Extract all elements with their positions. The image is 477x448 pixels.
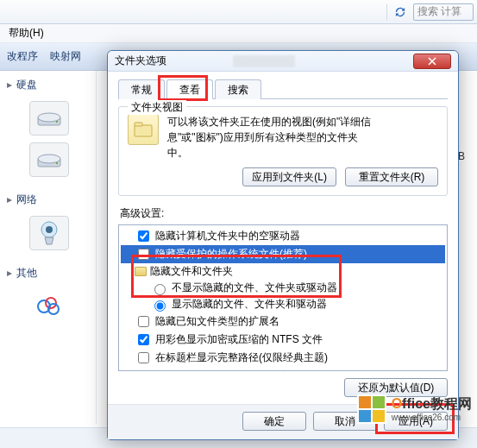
svg-rect-16: [373, 410, 385, 422]
watermark-url: www.office26.com: [392, 413, 472, 423]
search-input[interactable]: 搜索 计算: [413, 3, 474, 21]
refresh-icon: [395, 7, 405, 17]
adv-item-hidden-empty-drives[interactable]: 隐藏计算机文件夹中的空驱动器: [121, 227, 445, 245]
adv-label-5: 隐藏已知文件类型的扩展名: [155, 314, 279, 329]
title-blur: [233, 55, 295, 67]
watermark: Office教程网 www.office26.com: [357, 394, 472, 424]
dialog-body: 常规 查看 搜索 文件夹视图 可以将该文件夹正在使用的视图(例如"详细信 息"或…: [108, 72, 458, 404]
nav-section-network: ▸ 网络: [0, 191, 96, 250]
svg-rect-12: [135, 123, 142, 126]
adv-item-hide-ext[interactable]: 隐藏已知文件类型的扩展名: [121, 312, 445, 331]
svg-point-7: [46, 226, 53, 233]
webcam-icon: [29, 216, 69, 250]
nav-disk-label: 硬盘: [16, 79, 37, 91]
checkbox[interactable]: [138, 334, 149, 345]
svg-point-4: [38, 155, 60, 163]
adv-item-hidden-folder-group[interactable]: 隐藏文件和文件夹: [121, 263, 445, 280]
tab-view[interactable]: 查看: [166, 79, 213, 99]
checkbox[interactable]: [138, 316, 149, 327]
nav-other[interactable]: ▸ 其他: [0, 264, 96, 286]
ok-button[interactable]: 确定: [242, 412, 306, 431]
nav-disk[interactable]: ▸ 硬盘: [0, 76, 96, 98]
adv-label-1: 隐藏受保护的操作系统文件(推荐): [155, 247, 307, 262]
nav-tree: ▸ 硬盘 ▸ 网络 ▸ 其他: [0, 71, 97, 424]
close-button[interactable]: [413, 54, 451, 69]
reset-folders-button[interactable]: 重置文件夹(R): [345, 167, 438, 186]
watermark-c1: O: [392, 396, 402, 411]
watermark-c2: ffice教程网: [402, 396, 472, 411]
folder-options-dialog: 文件夹选项 常规 查看 搜索 文件夹视图 可以将该文件夹正在使用的视图(例如"详…: [107, 50, 459, 440]
checkbox[interactable]: [138, 352, 149, 363]
dialog-titlebar: 文件夹选项: [108, 51, 458, 72]
advanced-label: 高级设置:: [120, 206, 448, 221]
caret-icon: ▸: [5, 79, 14, 91]
tab-search[interactable]: 搜索: [215, 79, 261, 99]
adv-label-8: 在单独的进程中打开文件夹窗口: [155, 369, 300, 371]
cmd-map-label: 映射网: [50, 49, 81, 64]
checkbox[interactable]: [138, 370, 149, 371]
tab-general[interactable]: 常规: [118, 79, 165, 99]
svg-point-9: [46, 298, 56, 308]
search-placeholder: 搜索 计算: [417, 4, 461, 19]
close-icon: [428, 57, 436, 66]
drive-icon: [29, 101, 69, 136]
watermark-logo-icon: [357, 394, 386, 424]
adv-item-full-path-title[interactable]: 在标题栏显示完整路径(仅限经典主题): [121, 349, 445, 367]
folder-preview-icon: [128, 114, 159, 145]
address-toolbar: 搜索 计算: [0, 0, 477, 24]
nav-network[interactable]: ▸ 网络: [0, 191, 96, 212]
adv-item-hide-protected-os[interactable]: 隐藏受保护的操作系统文件(推荐): [121, 245, 445, 263]
svg-rect-14: [373, 396, 385, 408]
adv-label-0: 隐藏计算机文件夹中的空驱动器: [155, 229, 300, 243]
checkbox[interactable]: [138, 230, 149, 242]
cmd-edit-label: 改程序: [7, 49, 38, 64]
adv-label-7: 在标题栏显示完整路径(仅限经典主题): [155, 350, 328, 365]
nav-section-other: ▸ 其他: [0, 264, 96, 324]
menu-bar: 帮助(H): [0, 24, 477, 43]
folder-view-label: 文件夹视图: [128, 100, 186, 115]
radio[interactable]: [154, 284, 166, 295]
advanced-settings-tree[interactable]: 隐藏计算机文件夹中的空驱动器 隐藏受保护的操作系统文件(推荐) 隐藏文件和文件夹…: [118, 224, 448, 371]
folder-view-desc: 可以将该文件夹正在使用的视图(例如"详细信 息"或"图标")应用到所有这种类型的…: [167, 114, 438, 161]
svg-point-1: [38, 113, 60, 122]
svg-rect-15: [359, 410, 371, 422]
desc-l2: 息"或"图标")应用到所有这种类型的文件夹: [167, 131, 358, 143]
caret-icon: ▸: [5, 193, 14, 205]
adv-label-2: 隐藏文件和文件夹: [150, 264, 233, 279]
adv-label-4: 显示隐藏的文件、文件夹和驱动器: [172, 297, 327, 312]
svg-point-5: [56, 162, 58, 164]
checkbox[interactable]: [138, 249, 149, 260]
toolbar-divider: [386, 4, 387, 20]
watermark-title: Office教程网: [392, 395, 472, 412]
adv-item-show-hidden[interactable]: 显示隐藏的文件、文件夹和驱动器: [121, 296, 445, 312]
adv-label-6: 用彩色显示加密或压缩的 NTFS 文件: [155, 332, 323, 347]
drive-icon-2: [29, 142, 69, 177]
folder-icon: [135, 267, 147, 276]
caret-icon: ▸: [5, 267, 14, 279]
menu-help[interactable]: 帮助(H): [0, 24, 53, 42]
desc-l1: 可以将该文件夹正在使用的视图(例如"详细信: [167, 116, 371, 128]
nav-section-disk: ▸ 硬盘: [0, 76, 96, 177]
svg-rect-13: [359, 396, 371, 408]
cloud-icon: [29, 289, 69, 324]
refresh-button[interactable]: [391, 3, 410, 21]
tab-bar: 常规 查看 搜索: [118, 79, 448, 99]
desc-l3: 中。: [167, 147, 188, 159]
dialog-title: 文件夹选项: [115, 54, 233, 68]
apply-to-folders-button[interactable]: 应用到文件夹(L): [242, 167, 336, 186]
radio[interactable]: [154, 300, 166, 312]
adv-label-3: 不显示隐藏的文件、文件夹或驱动器: [172, 281, 337, 295]
adv-item-ntfs-color[interactable]: 用彩色显示加密或压缩的 NTFS 文件: [121, 331, 445, 349]
folder-view-group: 文件夹视图 可以将该文件夹正在使用的视图(例如"详细信 息"或"图标")应用到所…: [118, 106, 448, 196]
svg-point-2: [56, 121, 58, 123]
nav-other-label: 其他: [16, 267, 37, 279]
cmd-edit-programs[interactable]: 改程序: [7, 49, 38, 64]
svg-rect-11: [135, 125, 152, 136]
nav-network-label: 网络: [16, 193, 37, 205]
adv-item-separate-process[interactable]: 在单独的进程中打开文件夹窗口: [121, 367, 445, 371]
cmd-map-drive[interactable]: 映射网: [50, 49, 81, 64]
adv-item-dont-show-hidden[interactable]: 不显示隐藏的文件、文件夹或驱动器: [121, 280, 445, 296]
